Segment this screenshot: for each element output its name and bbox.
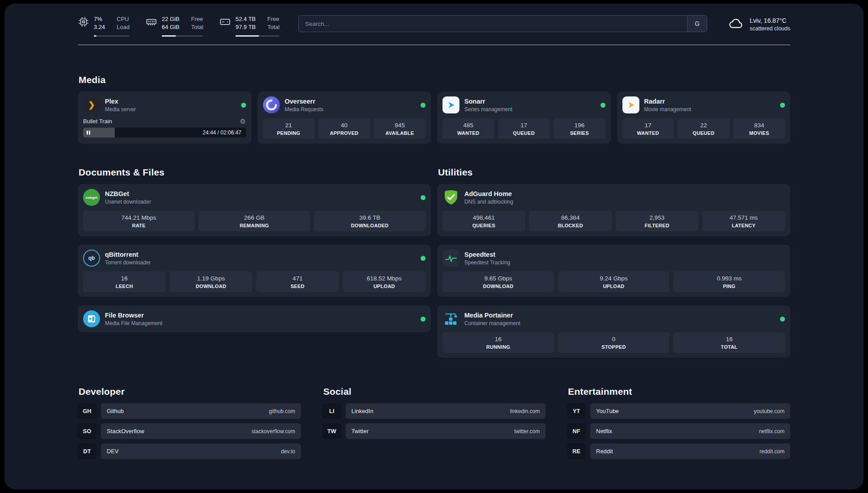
bookmark-name: Github [107,408,124,414]
bookmark-youtube[interactable]: YT YouTube youtube.com [567,403,790,419]
bookmark-netflix[interactable]: NF Netflix netflix.com [567,423,790,439]
portainer-card[interactable]: Media Portainer Container management 16R… [437,305,790,358]
plex-card[interactable]: ❯ Plex Media server Bullet Train ⚙ 24:44… [78,92,251,144]
bookmark-dev[interactable]: DT DEV dev.to [78,443,301,459]
dashboard-panel: 7% 3.24 CPU Load 22 GiB [4,4,864,489]
stat-wanted: 17WANTED [622,118,674,139]
app-name: Speedtest [464,251,510,258]
app-desc: Media Requests [285,106,324,113]
adguard-shield-icon [442,189,459,206]
bookmark-github[interactable]: GH Github github.com [78,403,301,419]
overseerr-card[interactable]: Overseerr Media Requests 21PENDING 40APP… [258,92,431,144]
cpu-load-value: 3.24 [94,23,105,31]
status-dot-online [421,103,426,108]
stat-filtered: 2,953FILTERED [616,211,698,231]
stat-blocked: 86,384BLOCKED [529,211,612,231]
section-heading-documents: Documents & Files [79,167,431,178]
sonarr-card[interactable]: Sonarr Series management 485WANTED 17QUE… [437,92,611,144]
radarr-card[interactable]: Radarr Movie management 17WANTED 22QUEUE… [617,92,791,144]
stat-download: 9.65 GbpsDOWNLOAD [442,272,554,292]
search-input[interactable] [299,16,687,32]
weather-widget[interactable]: Lviv, 16.87°C scattered clouds [728,17,790,32]
app-name: Media Portainer [464,312,520,319]
app-desc: Series management [464,106,512,113]
speedtest-card[interactable]: Speedtest Speedtest Tracking 9.65 GbpsDO… [437,245,790,297]
gear-icon[interactable]: ⚙ [240,118,246,125]
playback-time: 24:44 / 02:06:47 [203,130,242,136]
app-desc: Container management [464,320,520,326]
topbar-divider [78,45,790,45]
disk-icon [219,15,231,29]
bookmarks-entertainment: Entertainment YT YouTube youtube.com NF … [567,386,790,464]
status-dot-online [241,103,246,108]
bookmark-name: StackOverflow [107,428,144,435]
qbittorrent-card[interactable]: qb qBittorrent Torrent downloader 16LEEC… [78,245,431,297]
documents-section: Documents & Files nzbget NZBGet Usenet d… [78,167,431,332]
weather-location: Lviv, 16.87°C [750,17,790,24]
status-dot-online [601,103,605,108]
adguard-card[interactable]: AdGuard Home DNS and adblocking 498,461Q… [437,184,790,236]
bookmark-twitter[interactable]: TW Twitter twitter.com [322,423,546,439]
bookmark-stackoverflow[interactable]: SO StackOverflow stackoverflow.com [78,423,301,439]
stat-running: 16RUNNING [442,332,554,353]
cloud-icon [728,17,744,31]
stat-leech: 16LEECH [83,272,166,292]
bookmark-abbr: DT [78,443,96,459]
bookmark-domain: youtube.com [754,408,785,414]
ram-total-value: 64 GiB [162,23,179,31]
bookmark-name: LinkedIn [351,408,373,414]
bookmark-domain: dev.to [281,448,295,455]
filebrowser-card[interactable]: File Browser Media File Management [78,305,431,332]
bookmarks-developer: Developer GH Github github.com SO StackO… [78,386,301,464]
bookmark-domain: reddit.com [760,448,785,455]
stat-seed: 471SEED [256,272,339,292]
bookmark-reddit[interactable]: RE Reddit reddit.com [567,443,790,459]
section-heading-developer: Developer [79,386,301,397]
bookmark-abbr: LI [322,403,341,419]
app-name: qBittorrent [105,251,151,258]
stat-upload: 618.52 MbpsUPLOAD [343,272,426,292]
status-dot-online [421,256,426,261]
app-name: Overseerr [285,98,324,105]
status-dot-online [780,317,785,322]
stat-stopped: 0STOPPED [558,332,670,353]
sonarr-icon [442,96,459,113]
bookmark-domain: github.com [269,408,295,414]
bookmark-linkedin[interactable]: LI LinkedIn linkedin.com [322,403,546,419]
bookmark-abbr: SO [78,423,96,439]
bookmark-name: Reddit [596,448,613,455]
stat-approved: 40APPROVED [318,118,370,139]
app-name: AdGuard Home [464,190,513,197]
disk-label-1: Free [267,15,280,23]
status-dot-online [421,195,426,200]
top-bar: 7% 3.24 CPU Load 22 GiB [78,15,790,37]
search-engine-button[interactable]: G [687,16,707,32]
stat-wanted: 485WANTED [442,118,494,139]
stat-series: 196SERIES [554,118,605,139]
cpu-label-2: Load [117,23,129,31]
playback-progress-bar[interactable]: 24:44 / 02:06:47 [83,128,246,138]
app-desc: Movie management [644,106,691,113]
bookmark-domain: stackoverflow.com [251,428,295,435]
filebrowser-icon [83,310,100,327]
app-desc: Usenet downloader [105,199,151,205]
section-heading-media: Media [79,75,790,85]
bookmark-abbr: TW [322,423,341,439]
bookmark-abbr: YT [567,403,586,419]
search-bar: G [298,15,707,32]
ram-icon [146,15,157,29]
stat-download: 1.19 GbpsDOWNLOAD [170,272,252,292]
qbittorrent-icon: qb [83,250,100,267]
app-name: Plex [105,98,136,105]
cpu-chip-icon [78,15,89,29]
app-name: NZBGet [105,190,151,197]
status-dot-online [421,317,426,322]
radarr-icon [622,96,639,113]
nzbget-card[interactable]: nzbget NZBGet Usenet downloader 744.21 M… [78,184,431,236]
pause-icon[interactable] [87,131,90,135]
disk-metric: 52.4 TB 97.9 TB Free Total [219,15,280,37]
cpu-metric: 7% 3.24 CPU Load [78,15,129,37]
app-desc: Media File Management [105,320,163,326]
plex-icon: ❯ [83,96,100,113]
ram-free-value: 22 GiB [162,15,179,23]
